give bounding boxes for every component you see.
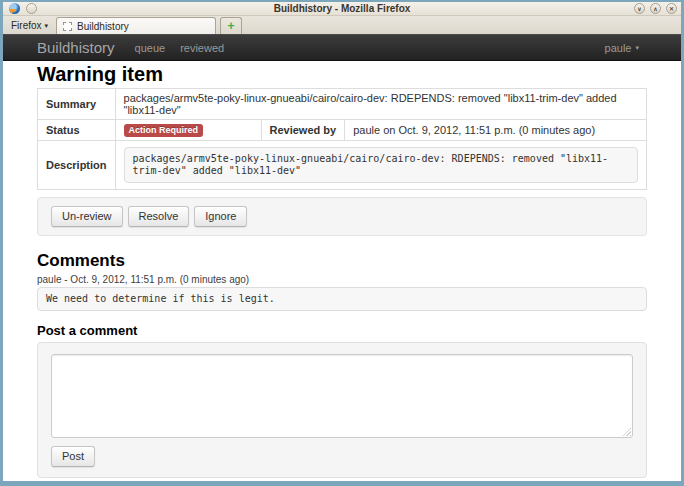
reviewed-by-label: Reviewed by (261, 120, 345, 141)
favicon-placeholder-icon (63, 22, 72, 31)
tab-buildhistory[interactable]: Buildhistory (56, 17, 216, 34)
table-row-status: Status Action Required Reviewed by paule… (38, 120, 647, 141)
tab-bar: Firefox ▾ Buildhistory + (3, 16, 681, 34)
window-menu-button[interactable] (26, 3, 37, 14)
ignore-button[interactable]: Ignore (194, 206, 247, 227)
site-navbar: Buildhistory queue reviewed paule ▾ (3, 34, 681, 61)
post-comment-panel: Post (37, 342, 647, 478)
comment-body: We need to determine if this is legit. (37, 287, 647, 311)
nav-link-reviewed[interactable]: reviewed (180, 42, 224, 54)
page-content: Warning item Summary packages/armv5te-po… (3, 61, 681, 481)
comment-input[interactable] (51, 354, 633, 438)
window-title: Buildhistory - Mozilla Firefox (3, 2, 681, 15)
table-row-description: Description packages/armv5te-poky-linux-… (38, 141, 647, 190)
titlebar: Buildhistory - Mozilla Firefox ∨ ∧ ✕ (3, 2, 681, 16)
summary-value: packages/armv5te-poky-linux-gnueabi/cair… (115, 89, 646, 120)
description-label: Description (38, 141, 116, 190)
firefox-app-menu-button[interactable]: Firefox ▾ (9, 20, 54, 34)
maximize-icon: ∧ (653, 6, 657, 12)
minimize-button[interactable]: ∨ (634, 3, 645, 14)
unreview-button[interactable]: Un-review (51, 206, 123, 227)
comments-heading: Comments (37, 251, 647, 271)
user-name: paule (605, 42, 632, 54)
post-button[interactable]: Post (51, 446, 95, 467)
nav-link-queue[interactable]: queue (135, 42, 166, 54)
tab-title: Buildhistory (77, 21, 129, 32)
page-title: Warning item (37, 64, 647, 85)
window-frame: Buildhistory - Mozilla Firefox ∨ ∧ ✕ Fir… (0, 0, 684, 486)
browser-window: Buildhistory - Mozilla Firefox ∨ ∧ ✕ Fir… (3, 2, 681, 481)
caret-down-icon: ▾ (635, 44, 639, 52)
comment-meta: paule - Oct. 9, 2012, 11:51 p.m. (0 minu… (37, 274, 647, 285)
status-label: Status (38, 120, 116, 141)
status-cell: Action Required (115, 120, 261, 141)
table-row-summary: Summary packages/armv5te-poky-linux-gnue… (38, 89, 647, 120)
action-bar: Un-review Resolve Ignore (37, 197, 647, 236)
resolve-button[interactable]: Resolve (128, 206, 190, 227)
close-icon: ✕ (669, 6, 674, 12)
warning-item-table: Summary packages/armv5te-poky-linux-gnue… (37, 88, 647, 190)
description-code: packages/armv5te-poky-linux-gnueabi/cair… (124, 147, 638, 183)
status-badge: Action Required (124, 124, 204, 137)
post-comment-heading: Post a comment (37, 323, 647, 338)
navbar-brand[interactable]: Buildhistory (37, 39, 115, 56)
firefox-app-menu-label: Firefox (11, 20, 42, 31)
chevron-down-icon: ▾ (45, 22, 49, 30)
plus-icon: + (228, 20, 235, 32)
user-menu[interactable]: paule ▾ (605, 42, 639, 54)
minimize-icon: ∨ (637, 6, 641, 12)
firefox-icon (9, 3, 20, 14)
close-button[interactable]: ✕ (666, 3, 677, 14)
summary-label: Summary (38, 89, 116, 120)
new-tab-button[interactable]: + (220, 17, 242, 34)
maximize-button[interactable]: ∧ (650, 3, 661, 14)
description-cell: packages/armv5te-poky-linux-gnueabi/cair… (115, 141, 646, 190)
reviewed-by-value: paule on Oct. 9, 2012, 11:51 p.m. (0 min… (345, 120, 647, 141)
